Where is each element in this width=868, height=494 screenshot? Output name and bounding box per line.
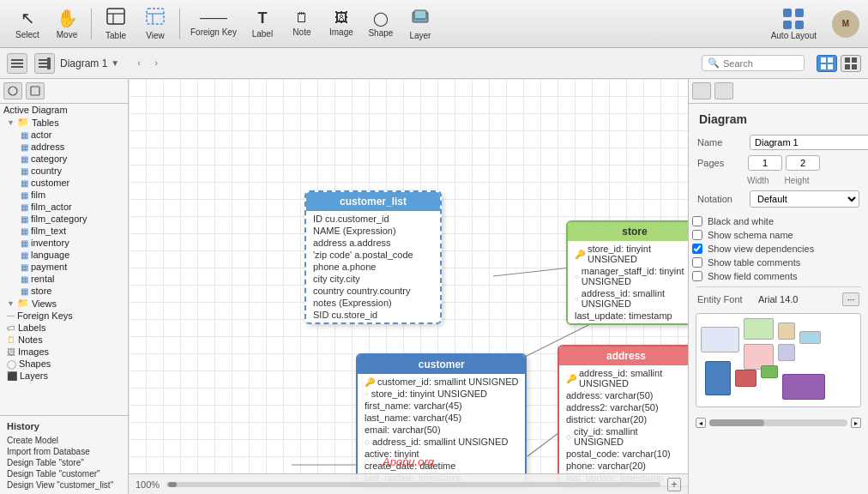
checkbox-schema[interactable] — [692, 230, 702, 240]
sidebar-table-item[interactable]: ▦address — [0, 141, 128, 153]
checkbox-label-field-comments: Show field comments — [708, 271, 798, 281]
svg-rect-13 — [11, 63, 23, 64]
customer-table[interactable]: customer 🔑customer_id: smallint UNSIGNED… — [356, 353, 527, 487]
sidebar-table-item[interactable]: ▦actor — [0, 129, 128, 141]
table-row: email: varchar(50) — [363, 424, 520, 436]
svg-rect-3 — [147, 9, 164, 24]
history-item[interactable]: Design View "customer_list" — [3, 479, 124, 491]
table-label: Table — [105, 31, 126, 40]
view-tool[interactable]: View — [136, 3, 174, 45]
sidebar-table-item[interactable]: ▦film_actor — [0, 201, 128, 213]
tables-group[interactable]: ▼ 📁 Tables — [0, 116, 128, 129]
sidebar-table-item[interactable]: ▦language — [0, 249, 128, 261]
notes-group[interactable]: 🗒 Notes — [0, 334, 128, 346]
foreign-keys-group[interactable]: — Foreign Keys — [0, 310, 128, 322]
pages-height-input[interactable] — [786, 155, 820, 171]
table-row: postal_code: varchar(10) — [564, 448, 688, 460]
checkbox-view-dep[interactable] — [692, 244, 702, 254]
checkbox-field-comments[interactable] — [692, 271, 702, 281]
scroll-left-button[interactable]: ◂ — [696, 418, 706, 428]
zoom-in-button[interactable]: + — [667, 478, 681, 491]
sidebar-table-item[interactable]: ▦rental — [0, 273, 128, 285]
svg-rect-16 — [39, 59, 51, 61]
sidebar-table-item[interactable]: ▦payment — [0, 261, 128, 273]
shapes-icon: ◯ — [7, 359, 16, 369]
table-row: district: varchar(20) — [564, 413, 688, 425]
auto-layout-button[interactable]: Auto Layout — [763, 3, 825, 44]
sidebar-table-item[interactable]: ▦inventory — [0, 237, 128, 249]
sidebar-table-item[interactable]: ▦customer — [0, 177, 128, 189]
svg-rect-17 — [39, 63, 51, 64]
notes-icon: 🗒 — [7, 335, 15, 345]
table-icon: ▦ — [21, 286, 28, 296]
history-item[interactable]: Design Table "store" — [3, 457, 124, 468]
canvas[interactable]: customer_list ID cu.customer_id NAME (Ex… — [129, 79, 688, 494]
sidebar-table-item[interactable]: ▦store — [0, 285, 128, 297]
customer-list-table[interactable]: customer_list ID cu.customer_id NAME (Ex… — [304, 190, 442, 324]
panel-icon2[interactable] — [714, 82, 733, 99]
sidebar-table-item[interactable]: ▦film_category — [0, 213, 128, 225]
sep1 — [91, 9, 92, 39]
entity-font-button[interactable]: ··· — [842, 292, 859, 306]
search-input[interactable] — [723, 58, 799, 69]
table-row: country country.country — [311, 285, 435, 297]
sidebar-tree: Active Diagram ▼ 📁 Tables ▦actor▦address… — [0, 104, 128, 415]
checkbox-table-comments[interactable] — [692, 257, 702, 268]
user-avatar[interactable]: M — [832, 10, 859, 38]
expand-icon: ▼ — [7, 118, 15, 127]
history-item[interactable]: Import from Database — [3, 446, 124, 457]
labels-group[interactable]: 🏷 Labels — [0, 322, 128, 334]
move-tool[interactable]: ✋ Move — [48, 3, 86, 45]
select-tool[interactable]: ↖ Select — [9, 3, 46, 45]
shape-tool[interactable]: ◯ Shape — [362, 3, 400, 45]
note-tool[interactable]: 🗒 Note — [283, 3, 321, 45]
shapes-group[interactable]: ◯ Shapes — [0, 358, 128, 370]
notation-select[interactable]: Default IDEF1X Crow's Foot — [750, 190, 859, 208]
view-buttons — [817, 55, 861, 72]
views-group[interactable]: ▼ 📁 Views — [0, 297, 128, 310]
grid-view-button[interactable] — [817, 55, 837, 72]
panel-icon1[interactable] — [692, 82, 711, 99]
name-label: Name — [697, 137, 744, 148]
toolbar-right: Auto Layout M — [763, 3, 859, 44]
width-label: Width — [747, 176, 769, 185]
label-tool[interactable]: T Label — [244, 3, 281, 45]
dropdown-icon: ▼ — [111, 58, 119, 68]
images-group[interactable]: 🖼 Images — [0, 346, 128, 358]
checkbox-row-view-dep: Show view dependencies — [689, 244, 868, 254]
panel-toggle[interactable] — [34, 53, 55, 74]
address-table[interactable]: address 🔑address_id: smallint UNSIGNED a… — [558, 345, 688, 487]
store-table[interactable]: store 🔑store_id: tinyint UNSIGNED ○manag… — [566, 220, 688, 325]
checkbox-label-table-comments: Show table comments — [708, 257, 800, 268]
layer-tool[interactable]: Layer — [401, 3, 439, 45]
layers-group[interactable]: ⬛ Layers — [0, 370, 128, 382]
foreign-key-tool[interactable]: —— Foreign Key — [185, 3, 242, 45]
checkbox-row-schema: Show schema name — [689, 230, 868, 240]
sidebar-icon2[interactable] — [26, 82, 45, 99]
history-item[interactable]: Design Table "customer" — [3, 468, 124, 479]
move-label: Move — [57, 30, 77, 39]
search-icon: 🔍 — [708, 57, 720, 69]
image-icon: 🖼 — [335, 10, 348, 26]
name-input[interactable] — [750, 135, 868, 150]
right-panel: Diagram Name Pages Width Height Notation… — [688, 79, 868, 494]
foreign-key-label: Foreign Key — [190, 27, 237, 37]
sidebar-toggle[interactable] — [7, 53, 27, 74]
svg-line-31 — [527, 431, 562, 456]
next-arrow[interactable]: › — [148, 56, 164, 71]
sidebar-table-item[interactable]: ▦category — [0, 153, 128, 165]
table-row: ID cu.customer_id — [311, 213, 435, 225]
sidebar-icon1[interactable] — [3, 82, 22, 99]
checkbox-row-field-comments: Show field comments — [689, 271, 868, 281]
sidebar-table-item[interactable]: ▦film — [0, 189, 128, 201]
pages-width-input[interactable] — [748, 155, 782, 171]
history-item[interactable]: Create Model — [3, 435, 124, 446]
sidebar-table-item[interactable]: ▦country — [0, 165, 128, 177]
list-view-button[interactable] — [841, 55, 861, 72]
sidebar-table-item[interactable]: ▦film_text — [0, 225, 128, 237]
image-tool[interactable]: 🖼 Image — [322, 3, 360, 45]
prev-arrow[interactable]: ‹ — [131, 56, 147, 71]
checkbox-bw[interactable] — [692, 216, 702, 226]
table-tool[interactable]: Table — [97, 3, 135, 45]
scroll-right-button[interactable]: ▸ — [851, 418, 861, 428]
